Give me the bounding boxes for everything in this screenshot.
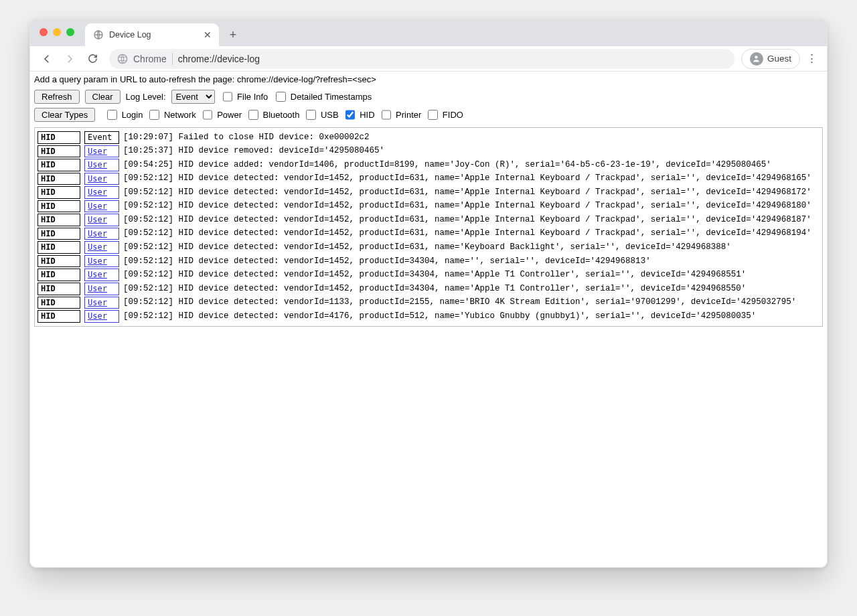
type-filter-login[interactable]: Login <box>104 108 143 122</box>
log-list: HIDEvent[10:29:07] Failed to close HID d… <box>34 127 823 327</box>
log-type-tag: HID <box>37 297 80 309</box>
type-filter-label: Bluetooth <box>263 110 300 120</box>
type-filter-label: Power <box>217 110 242 120</box>
type-filter-fido[interactable]: FIDO <box>425 108 463 122</box>
type-filter-box-login[interactable] <box>107 110 117 120</box>
log-level-tag[interactable]: User <box>84 145 119 158</box>
log-level-select[interactable]: ErrorUserEventDebug <box>171 90 215 104</box>
omnibox-url: chrome://device-log <box>178 54 260 64</box>
log-message: [10:29:07] Failed to close HID device: 0… <box>123 132 370 143</box>
close-window-button[interactable] <box>40 28 48 36</box>
type-filter-label: Network <box>164 110 196 120</box>
omnibox[interactable]: Chrome chrome://device-log <box>109 49 734 69</box>
detailed-ts-box[interactable] <box>276 92 286 102</box>
log-level-tag[interactable]: User <box>84 200 119 213</box>
type-filter-label: Login <box>122 110 143 120</box>
log-row: HIDUser[09:52:12] HID device detected: v… <box>37 213 820 227</box>
log-message: [09:52:12] HID device detected: vendorId… <box>123 297 796 308</box>
log-level-tag[interactable]: User <box>84 186 119 199</box>
type-filter-hid[interactable]: HID <box>343 108 375 122</box>
type-filter-label: USB <box>321 110 339 120</box>
log-level-tag[interactable]: User <box>84 255 119 268</box>
file-info-box[interactable] <box>223 92 233 102</box>
log-row: HIDUser[09:52:12] HID device detected: v… <box>37 227 820 241</box>
hint-text: Add a query param in URL to auto-refresh… <box>30 72 827 88</box>
log-message: [09:52:12] HID device detected: vendorId… <box>123 283 746 295</box>
minimize-window-button[interactable] <box>53 28 61 36</box>
forward-button[interactable] <box>60 49 80 69</box>
type-filter-label: HID <box>360 110 374 120</box>
back-button[interactable] <box>37 49 57 69</box>
log-type-tag: HID <box>37 159 80 171</box>
window-controls <box>40 28 74 36</box>
profile-chip[interactable]: Guest <box>741 49 800 69</box>
clear-button[interactable]: Clear <box>85 90 121 104</box>
page-content: Add a query param in URL to auto-refresh… <box>30 72 827 567</box>
log-level-tag[interactable]: User <box>84 173 119 185</box>
log-row: HIDUser[09:52:12] HID device detected: v… <box>37 185 820 200</box>
log-row: HIDUser[09:52:12] HID device detected: v… <box>37 296 820 310</box>
log-message: [09:52:12] HID device detected: vendorId… <box>123 200 811 212</box>
close-tab-icon[interactable]: ✕ <box>203 29 212 40</box>
log-type-tag: HID <box>37 200 80 213</box>
file-info-label: File Info <box>237 92 268 102</box>
site-info-icon <box>117 54 128 64</box>
log-level-tag[interactable]: User <box>84 228 119 240</box>
log-row: HIDUser[09:52:12] HID device detected: v… <box>37 268 820 282</box>
log-level-tag[interactable]: User <box>84 159 119 171</box>
log-level-tag[interactable]: User <box>84 241 119 254</box>
new-tab-button[interactable]: + <box>223 25 243 45</box>
log-type-tag: HID <box>37 283 80 295</box>
type-filter-group: LoginNetworkPowerBluetoothUSBHIDPrinterF… <box>104 108 463 122</box>
log-type-tag: HID <box>37 268 80 281</box>
type-filter-power[interactable]: Power <box>200 108 242 122</box>
type-filter-printer[interactable]: Printer <box>379 108 422 122</box>
log-row: HIDUser[09:54:25] HID device added: vend… <box>37 158 820 172</box>
log-message: [09:54:25] HID device added: vendorId=14… <box>123 159 771 171</box>
type-filter-box-power[interactable] <box>203 110 213 120</box>
log-message: [09:52:12] HID device detected: vendorId… <box>123 269 746 281</box>
log-type-tag: HID <box>37 186 80 199</box>
controls-row-1: Refresh Clear Log Level: ErrorUserEventD… <box>30 88 827 108</box>
log-level-tag[interactable]: User <box>84 214 119 226</box>
browser-tab[interactable]: Device Log ✕ <box>85 23 219 46</box>
file-info-checkbox[interactable]: File Info <box>220 90 268 104</box>
log-row: HIDUser[09:52:12] HID device detected: v… <box>37 200 820 214</box>
detailed-ts-checkbox[interactable]: Detailed Timestamps <box>273 90 372 104</box>
log-type-tag: HID <box>37 241 80 254</box>
log-level-tag[interactable]: User <box>84 310 119 323</box>
maximize-window-button[interactable] <box>66 28 74 36</box>
type-filter-box-network[interactable] <box>149 110 159 120</box>
type-filter-box-fido[interactable] <box>428 110 438 120</box>
log-level-label: Log Level: <box>126 92 166 102</box>
type-filter-bluetooth[interactable]: Bluetooth <box>246 108 299 122</box>
refresh-button[interactable]: Refresh <box>34 90 80 104</box>
log-message: [09:52:12] HID device detected: vendorId… <box>123 214 811 226</box>
log-message: [09:52:12] HID device detected: vendorId… <box>123 228 811 239</box>
log-row: HIDUser[09:52:12] HID device detected: v… <box>37 172 820 186</box>
browser-window: Device Log ✕ + Chrome chrome://device-lo… <box>29 19 828 568</box>
log-type-tag: HID <box>37 131 80 144</box>
reload-button[interactable] <box>82 49 102 69</box>
log-level-tag[interactable]: User <box>84 297 119 309</box>
log-row: HIDUser[09:52:12] HID device detected: v… <box>37 254 820 268</box>
type-filter-network[interactable]: Network <box>147 108 196 122</box>
type-filter-label: Printer <box>396 110 421 120</box>
type-filter-box-hid[interactable] <box>345 110 356 120</box>
log-message: [09:52:12] HID device detected: vendorId… <box>123 311 756 322</box>
log-row: HIDUser[09:52:12] HID device detected: v… <box>37 309 820 323</box>
log-level-tag: Event <box>84 131 119 144</box>
kebab-menu-button[interactable]: ⋮ <box>803 52 820 66</box>
log-row: HIDEvent[10:29:07] Failed to close HID d… <box>37 131 820 145</box>
type-filter-box-bluetooth[interactable] <box>248 110 258 120</box>
type-filter-box-usb[interactable] <box>306 110 316 120</box>
type-filter-usb[interactable]: USB <box>303 108 338 122</box>
svg-point-2 <box>755 56 758 58</box>
clear-types-button[interactable]: Clear Types <box>34 108 95 122</box>
log-level-tag[interactable]: User <box>84 268 119 281</box>
type-filter-box-printer[interactable] <box>382 110 392 120</box>
omnibox-origin: Chrome <box>133 54 167 64</box>
log-message: [09:52:12] HID device detected: vendorId… <box>123 187 811 198</box>
log-type-tag: HID <box>37 214 80 226</box>
log-level-tag[interactable]: User <box>84 283 119 295</box>
